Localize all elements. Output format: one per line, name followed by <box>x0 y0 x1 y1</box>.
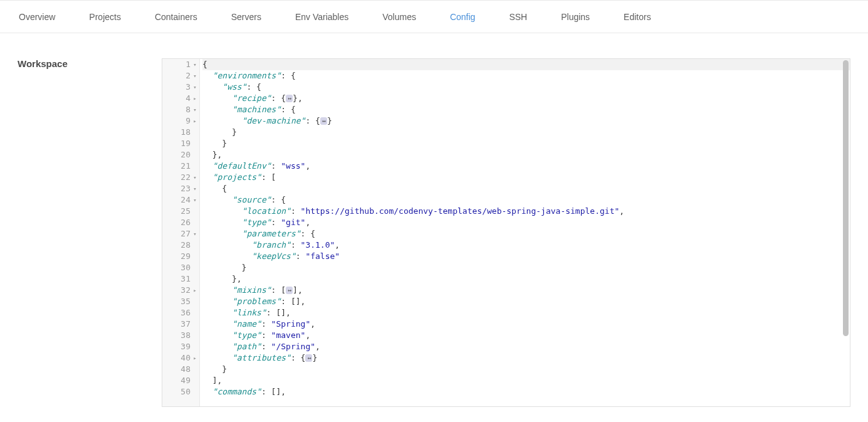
gutter-line: 20 <box>162 149 199 161</box>
code-line[interactable]: "attributes": {↔} <box>202 352 850 364</box>
fold-expanded-icon[interactable]: ▾ <box>192 59 198 70</box>
gutter-line: 35 <box>162 296 199 307</box>
code-line[interactable]: "type": "maven", <box>202 330 850 341</box>
gutter-line: 22▾ <box>162 172 199 183</box>
code-line[interactable]: "dev-machine": {↔} <box>202 115 850 127</box>
gutter-line: 38 <box>162 330 199 341</box>
code-line[interactable]: "environments": { <box>202 70 850 82</box>
gutter-line: 2▾ <box>162 70 199 82</box>
gutter-line: 40▸ <box>162 352 199 364</box>
fold-expanded-icon[interactable]: ▾ <box>192 172 198 183</box>
gutter-line: 29 <box>162 251 199 262</box>
fold-collapsed-icon[interactable]: ▸ <box>192 352 198 364</box>
gutter-line: 37 <box>162 319 199 330</box>
tab-editors[interactable]: Editors <box>624 12 651 22</box>
gutter-line: 8▾ <box>162 104 199 115</box>
code-line[interactable]: "links": [], <box>202 307 850 319</box>
gutter-line: 19 <box>162 138 199 149</box>
code-line[interactable]: "commands": [], <box>202 386 850 398</box>
tab-bar: OverviewProjectsContainersServersEnv Var… <box>0 0 868 33</box>
gutter-line: 39 <box>162 341 199 352</box>
content-area: Workspace 1▾2▾3▾4▸8▾9▸1819202122▾23▾24▾2… <box>0 33 868 407</box>
config-editor[interactable]: 1▾2▾3▾4▸8▾9▸1819202122▾23▾24▾252627▾2829… <box>162 58 850 407</box>
gutter-line: 48 <box>162 364 199 375</box>
gutter-line: 9▸ <box>162 115 199 127</box>
fold-widget-icon[interactable]: ↔ <box>286 95 293 102</box>
gutter-line: 4▸ <box>162 93 199 104</box>
code-line[interactable]: } <box>202 138 850 149</box>
code-line[interactable]: { <box>202 59 850 70</box>
code-line[interactable]: "source": { <box>202 194 850 206</box>
code-line[interactable]: "name": "Spring", <box>202 319 850 330</box>
fold-collapsed-icon[interactable]: ▸ <box>192 285 198 296</box>
tab-ssh[interactable]: SSH <box>509 12 527 22</box>
fold-widget-icon[interactable]: ↔ <box>286 287 293 294</box>
code-line[interactable]: } <box>202 127 850 138</box>
code-line[interactable]: "machines": { <box>202 104 850 115</box>
code-line[interactable]: "mixins": [↔], <box>202 285 850 296</box>
fold-expanded-icon[interactable]: ▾ <box>192 70 198 82</box>
fold-expanded-icon[interactable]: ▾ <box>192 82 198 93</box>
code-line[interactable]: "location": "https://github.com/codenvy-… <box>202 206 850 217</box>
tab-containers[interactable]: Containers <box>155 12 197 22</box>
tab-plugins[interactable]: Plugins <box>561 12 590 22</box>
gutter-line: 23▾ <box>162 183 199 194</box>
gutter-line: 49 <box>162 375 199 386</box>
fold-expanded-icon[interactable]: ▾ <box>192 183 198 194</box>
fold-expanded-icon[interactable]: ▾ <box>192 228 198 240</box>
editor-scrollbar[interactable] <box>841 59 850 406</box>
gutter-line: 24▾ <box>162 194 199 206</box>
editor-code[interactable]: { "environments": { "wss": { "recipe": {… <box>200 59 850 406</box>
gutter-line: 50 <box>162 386 199 398</box>
code-line[interactable]: "wss": { <box>202 82 850 93</box>
tab-config[interactable]: Config <box>450 12 475 22</box>
code-line[interactable]: }, <box>202 149 850 161</box>
fold-collapsed-icon[interactable]: ▸ <box>192 115 198 127</box>
gutter-line: 27▾ <box>162 228 199 240</box>
code-line[interactable]: ], <box>202 375 850 386</box>
tab-overview[interactable]: Overview <box>19 12 55 22</box>
fold-expanded-icon[interactable]: ▾ <box>192 194 198 206</box>
fold-expanded-icon[interactable]: ▾ <box>192 104 198 115</box>
tab-env-variables[interactable]: Env Variables <box>295 12 348 22</box>
gutter-line: 1▾ <box>162 59 199 70</box>
code-line[interactable]: "keepVcs": "false" <box>202 251 850 262</box>
gutter-line: 28 <box>162 240 199 251</box>
section-heading: Workspace <box>18 58 162 407</box>
tab-volumes[interactable]: Volumes <box>382 12 416 22</box>
gutter-line: 25 <box>162 206 199 217</box>
fold-widget-icon[interactable]: ↔ <box>320 117 327 125</box>
editor-gutter: 1▾2▾3▾4▸8▾9▸1819202122▾23▾24▾252627▾2829… <box>162 59 200 406</box>
code-line[interactable]: "type": "git", <box>202 217 850 228</box>
code-line[interactable]: "projects": [ <box>202 172 850 183</box>
gutter-line: 31 <box>162 273 199 285</box>
gutter-line: 36 <box>162 307 199 319</box>
code-line[interactable]: "parameters": { <box>202 228 850 240</box>
code-line[interactable]: { <box>202 183 850 194</box>
gutter-line: 26 <box>162 217 199 228</box>
gutter-line: 30 <box>162 262 199 273</box>
fold-widget-icon[interactable]: ↔ <box>305 354 312 362</box>
gutter-line: 18 <box>162 127 199 138</box>
gutter-line: 21 <box>162 161 199 172</box>
gutter-line: 3▾ <box>162 82 199 93</box>
scrollbar-thumb[interactable] <box>843 60 849 336</box>
code-line[interactable]: "defaultEnv": "wss", <box>202 161 850 172</box>
fold-collapsed-icon[interactable]: ▸ <box>192 93 198 104</box>
gutter-line: 32▸ <box>162 285 199 296</box>
tab-servers[interactable]: Servers <box>231 12 261 22</box>
code-line[interactable]: } <box>202 364 850 375</box>
code-line[interactable]: "recipe": {↔}, <box>202 93 850 104</box>
tab-projects[interactable]: Projects <box>89 12 121 22</box>
code-line[interactable]: }, <box>202 273 850 285</box>
code-line[interactable]: "branch": "3.1.0", <box>202 240 850 251</box>
code-line[interactable]: "problems": [], <box>202 296 850 307</box>
code-line[interactable]: "path": "/Spring", <box>202 341 850 352</box>
code-line[interactable]: } <box>202 262 850 273</box>
